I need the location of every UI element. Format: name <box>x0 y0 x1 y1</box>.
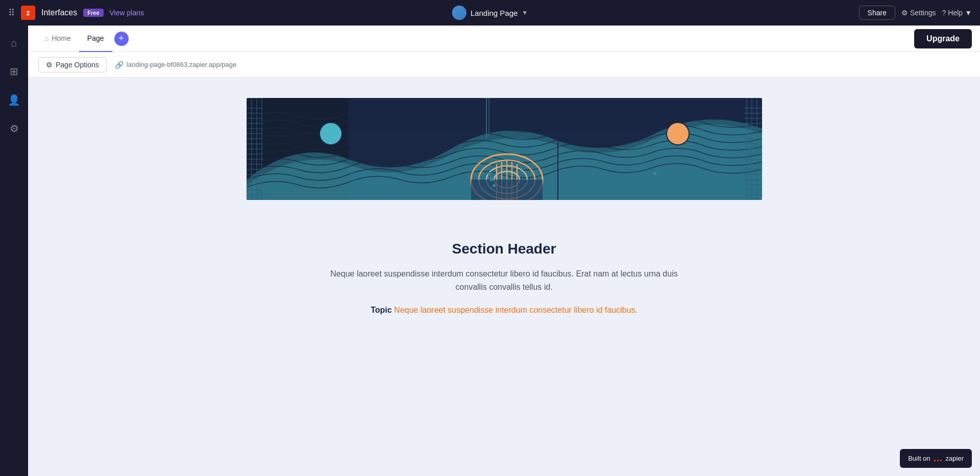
sidebar-users-icon[interactable]: 👤 <box>5 91 23 109</box>
logo-letter: z <box>27 9 30 17</box>
topic-text: Neque laoreet suspendisse interdum conse… <box>394 306 638 314</box>
section-header: Section Header <box>452 241 556 257</box>
gear-icon: ⚙ <box>901 9 908 17</box>
grid-icon[interactable]: ⠿ <box>8 7 15 18</box>
avatar-image <box>452 6 467 20</box>
hero-image <box>247 98 762 200</box>
left-sidebar: ⌂ ⊞ 👤 ⚙ <box>0 26 28 476</box>
section-body: Neque laoreet suspendisse interdum conse… <box>326 267 683 293</box>
help-link[interactable]: ? Help ▼ <box>942 9 972 17</box>
avatar <box>452 6 467 20</box>
top-navigation: ⠿ z Interfaces Free View plans Landing P… <box>0 0 980 26</box>
sidebar-add-icon[interactable]: ⊞ <box>5 62 23 81</box>
svg-point-56 <box>487 172 491 175</box>
help-chevron-icon: ▼ <box>965 9 972 17</box>
svg-point-58 <box>493 184 496 187</box>
toolbar: ⚙ Page Options 🔗 landing-page-bf0863.zap… <box>28 52 980 78</box>
tab-home-label: Home <box>52 34 70 42</box>
page-url-link[interactable]: 🔗 landing-page-bf0863.zapier.app/page <box>115 61 236 69</box>
page-url-text: landing-page-bf0863.zapier.app/page <box>127 61 236 68</box>
svg-point-59 <box>653 172 656 175</box>
nav-right-actions: Share ⚙ Settings ? Help ▼ <box>859 6 972 20</box>
svg-rect-11 <box>471 180 543 200</box>
upgrade-button[interactable]: Upgrade <box>914 29 972 48</box>
page-selector[interactable]: Landing Page ▼ <box>452 6 528 20</box>
app-name: Interfaces <box>41 8 77 17</box>
home-icon: ⌂ <box>44 34 48 42</box>
built-on-text: Built on <box>908 455 930 462</box>
share-button[interactable]: Share <box>859 6 895 20</box>
tab-page-label: Page <box>87 34 104 42</box>
link-icon: 🔗 <box>115 61 124 69</box>
svg-point-57 <box>490 178 493 181</box>
built-on-zapier-badge: Built on … zapier <box>900 449 972 468</box>
svg-point-55 <box>667 122 689 145</box>
app-logo: z <box>21 6 35 20</box>
tab-home[interactable]: ⌂ Home <box>36 26 79 52</box>
main-content: Section Header Neque laoreet suspendisse… <box>28 78 980 476</box>
page-options-button[interactable]: ⚙ Page Options <box>38 57 107 72</box>
chevron-down-icon: ▼ <box>522 9 528 16</box>
hero-artwork <box>247 98 762 200</box>
free-badge: Free <box>83 9 103 17</box>
tab-bar: ⌂ Home Page + Upgrade <box>28 26 980 52</box>
svg-point-54 <box>320 122 342 145</box>
zapier-logo-dot: … <box>934 453 943 464</box>
topic-label: Topic <box>371 306 391 314</box>
sidebar-settings-icon[interactable]: ⚙ <box>5 119 23 138</box>
sidebar-home-icon[interactable]: ⌂ <box>5 34 23 52</box>
current-page-name: Landing Page <box>471 9 518 17</box>
add-tab-button[interactable]: + <box>114 32 129 46</box>
gear-icon: ⚙ <box>46 61 53 69</box>
view-plans-link[interactable]: View plans <box>110 9 144 17</box>
tab-page[interactable]: Page <box>79 26 112 52</box>
zapier-name: zapier <box>946 455 964 462</box>
section-topic: Topic Neque laoreet suspendisse interdum… <box>371 306 638 315</box>
settings-link[interactable]: ⚙ Settings <box>901 9 936 17</box>
help-icon: ? <box>942 9 946 17</box>
